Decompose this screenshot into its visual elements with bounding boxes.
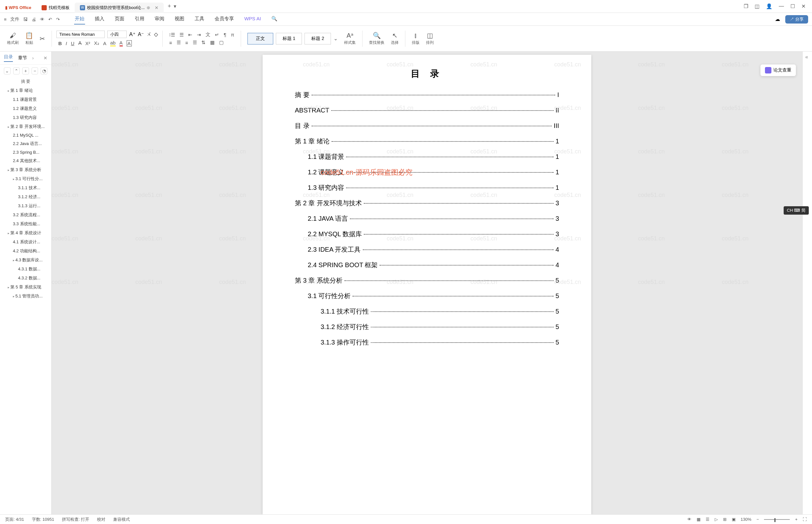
status-page[interactable]: 页面: 4/31 <box>5 517 24 522</box>
app-tab[interactable]: ▮ WPS Office <box>0 3 36 13</box>
underline-icon[interactable]: U <box>71 40 74 46</box>
toc-item[interactable]: 第 3 章 系统分析 <box>0 165 51 174</box>
status-proof[interactable]: 校对 <box>97 517 105 522</box>
view-play-icon[interactable]: ▷ <box>715 517 718 522</box>
zoom-slider[interactable] <box>764 519 790 520</box>
char-border-icon[interactable]: A <box>127 40 132 46</box>
style-more-icon[interactable]: ⌄ <box>333 35 338 42</box>
view-read-icon[interactable]: 👁 <box>687 517 692 522</box>
toc-item[interactable]: 3.1.1 技术... <box>0 183 51 192</box>
font-grow-icon[interactable]: A⁺ <box>129 31 135 37</box>
toc-item[interactable]: 摘 要 <box>0 77 51 86</box>
toc-item[interactable]: 1.3 研究内容 <box>0 113 51 122</box>
toc-item[interactable]: 第 5 章 系统实现 <box>0 283 51 292</box>
panel-collapse-icon[interactable]: « <box>803 52 812 63</box>
print-icon[interactable]: 🖨 <box>32 17 36 22</box>
expand-icon[interactable]: ⌃ <box>13 67 20 75</box>
paste-group[interactable]: 📋粘贴 <box>23 32 35 46</box>
maximize-icon[interactable]: ☐ <box>791 3 795 9</box>
line-spacing-icon[interactable]: ⇅ <box>201 39 205 46</box>
toc-item[interactable]: 1.1 课题背景 <box>0 95 51 104</box>
sidebar-next-icon[interactable]: › <box>32 55 34 61</box>
font-effect-icon[interactable]: A <box>103 40 106 46</box>
window-cube-icon[interactable]: ◫ <box>755 3 760 9</box>
window-multi-icon[interactable]: ❐ <box>744 3 748 9</box>
view-web-icon[interactable]: ⊞ <box>723 517 727 522</box>
status-words[interactable]: 字数: 10951 <box>32 517 54 522</box>
bold-icon[interactable]: B <box>58 40 62 46</box>
toc-item[interactable]: 第 2 章 开发环境... <box>0 122 51 131</box>
zoom-value[interactable]: 130% <box>741 517 751 522</box>
sidebar-tab-chapter[interactable]: 章节 <box>18 55 27 61</box>
toc-item[interactable]: 2.3 Spring B... <box>0 148 51 156</box>
tab-page[interactable]: 页面 <box>114 14 125 24</box>
tab-document[interactable]: W 校园疫情防控管理系统boot论... ⊕ ✕ <box>75 3 164 13</box>
pin-icon[interactable]: ⊕ <box>147 5 150 10</box>
paper-check-button[interactable]: 论文查重 <box>760 64 796 76</box>
style-normal[interactable]: 正文 <box>247 33 273 45</box>
font-color-icon[interactable]: A <box>119 40 123 46</box>
italic-icon[interactable]: I <box>66 40 67 46</box>
highlight-icon[interactable]: ab <box>110 40 116 46</box>
styleset-button[interactable]: Aᵃ样式集 <box>342 32 358 46</box>
document-viewport[interactable]: code51.cncode51.cncode51.cncode51.cncode… <box>52 52 802 514</box>
cloud-icon[interactable]: ☁ <box>775 16 780 22</box>
zoom-in-icon[interactable]: + <box>795 517 797 522</box>
align-justify-icon[interactable]: ☰ <box>193 39 197 46</box>
font-shrink-icon[interactable]: A⁻ <box>138 31 144 37</box>
tab-ai[interactable]: WPS AI <box>244 14 262 24</box>
para-icon[interactable]: ¶ <box>223 32 226 37</box>
toc-item[interactable]: 4.3 数据库设... <box>0 256 51 265</box>
toc-item[interactable]: 第 4 章 系统设计 <box>0 229 51 238</box>
toc-item[interactable]: 3.1.2 经济... <box>0 192 51 201</box>
avatar-icon[interactable]: 👤 <box>766 3 772 9</box>
tab-reference[interactable]: 引用 <box>134 14 145 24</box>
search-icon[interactable]: 🔍 <box>271 14 278 24</box>
font-size-select[interactable] <box>107 31 127 38</box>
sidebar-tab-toc[interactable]: 目录 <box>4 54 13 62</box>
status-compat[interactable]: 兼容模式 <box>113 517 130 522</box>
borders-icon[interactable]: ▢ <box>219 39 223 46</box>
tab-vip[interactable]: 会员专享 <box>214 14 235 24</box>
superscript-icon[interactable]: X² <box>85 40 90 46</box>
view-focus-icon[interactable]: ▣ <box>732 517 736 522</box>
close-icon[interactable]: ✕ <box>155 5 159 10</box>
preview-icon[interactable]: 👁 <box>40 17 45 22</box>
cut-icon[interactable]: ✂ <box>38 35 47 43</box>
minimize-icon[interactable]: — <box>779 3 784 9</box>
phonetic-icon[interactable]: ㄨ <box>146 31 151 38</box>
tab-view[interactable]: 视图 <box>174 14 185 24</box>
sidebar-close-icon[interactable]: ✕ <box>44 55 47 61</box>
toc-item[interactable]: 1.2 课题意义 <box>0 104 51 113</box>
tab-review[interactable]: 审阅 <box>154 14 165 24</box>
undo-icon[interactable]: ↶ <box>48 17 52 22</box>
view-outline-icon[interactable]: ☰ <box>706 517 710 522</box>
format-brush-group[interactable]: 🖌格式刷 <box>5 32 21 46</box>
text-direction-icon[interactable]: 文 <box>205 32 211 38</box>
sort-button[interactable]: ⫿排版 <box>410 32 421 46</box>
outdent-icon[interactable]: ⇤ <box>188 32 192 38</box>
toc-list[interactable]: 摘 要第 1 章 绪论1.1 课题背景1.2 课题意义1.3 研究内容第 2 章… <box>0 77 51 514</box>
view-print-icon[interactable]: ▦ <box>697 517 700 522</box>
toc-item[interactable]: 4.3.2 数据... <box>0 274 51 283</box>
zoom-out-icon[interactable]: − <box>757 517 759 522</box>
show-marks-icon[interactable]: π <box>231 32 234 37</box>
collapse-icon[interactable]: ⌄ <box>4 67 11 75</box>
style-h2[interactable]: 标题 2 <box>304 33 331 45</box>
toc-item[interactable]: 2.4 其他技术... <box>0 156 51 165</box>
toc-item[interactable]: 4.1 系统设计... <box>0 238 51 247</box>
style-h1[interactable]: 标题 1 <box>276 33 302 45</box>
strike-icon[interactable]: A̶ <box>78 40 82 46</box>
select-button[interactable]: ↖选择 <box>389 32 400 46</box>
tab-template[interactable]: 找稻壳模板 <box>36 3 75 13</box>
toc-item[interactable]: 2.2 Java 语言... <box>0 139 51 148</box>
save-icon[interactable]: 🖫 <box>23 17 28 22</box>
remove-icon[interactable]: − <box>32 67 38 75</box>
new-tab-button[interactable]: + <box>168 3 171 10</box>
filter-icon[interactable]: ◔ <box>40 67 47 75</box>
indent-icon[interactable]: ⇥ <box>197 32 201 38</box>
add-icon[interactable]: + <box>22 67 29 75</box>
find-replace-button[interactable]: 🔍查找替换 <box>367 32 386 46</box>
share-button[interactable]: ↗ 分享 <box>785 15 808 23</box>
font-name-select[interactable] <box>56 31 105 38</box>
